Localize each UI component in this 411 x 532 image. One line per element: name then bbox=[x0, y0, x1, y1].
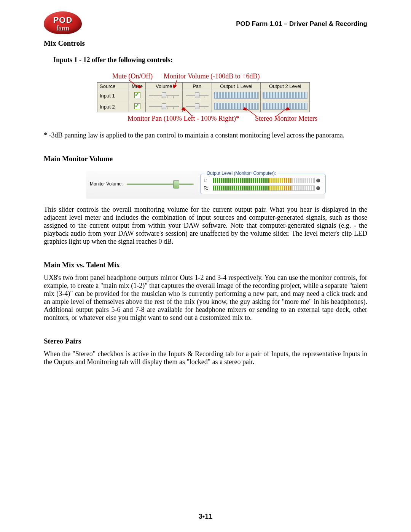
monitor-volume-slider[interactable] bbox=[127, 180, 194, 188]
stereo-pairs-paragraph: When the "Stereo" checkbox is active in … bbox=[44, 350, 367, 366]
clip-led-left bbox=[316, 179, 320, 182]
level-r-meter bbox=[213, 185, 315, 191]
output2-meter bbox=[263, 92, 307, 99]
col-output1: Output 1 Level bbox=[212, 83, 261, 90]
row-source: Input 2 bbox=[97, 101, 129, 112]
monitor-volume-figure: Monitor Volume: Output Level (Monitor+Co… bbox=[86, 171, 325, 199]
monitor-volume-left: Monitor Volume: bbox=[88, 176, 198, 192]
callout-monitor-pan: Monitor Pan (100% Left - 100% Right)* bbox=[127, 115, 239, 123]
col-source: Source bbox=[97, 83, 129, 90]
level-l-label: L: bbox=[204, 178, 211, 183]
stereo-pairs-heading: Stereo Pairs bbox=[44, 337, 367, 345]
volume-slider[interactable] bbox=[149, 93, 179, 98]
mix-controls-heading: Mix Controls bbox=[44, 39, 367, 48]
mute-checkbox[interactable] bbox=[134, 92, 140, 98]
clip-led-right bbox=[316, 186, 320, 190]
col-pan: Pan bbox=[182, 83, 212, 90]
fig1-bottom-labels: Monitor Pan (100% Left - 100% Right)* St… bbox=[97, 115, 314, 125]
output-level-legend: Output Level (Monitor+Computer): bbox=[205, 171, 277, 176]
col-mute: Mute bbox=[129, 83, 146, 90]
pod-farm-logo: POD farm bbox=[44, 11, 82, 36]
col-output2: Output 2 Level bbox=[261, 83, 310, 90]
pan-slider[interactable] bbox=[186, 93, 209, 98]
header-title: POD Farm 1.01 – Driver Panel & Recording bbox=[236, 20, 367, 28]
callout-monitor-volume: Monitor Volume (-100dB to +6dB) bbox=[164, 72, 260, 80]
table-row: Input 1 bbox=[97, 90, 310, 101]
volume-slider[interactable] bbox=[149, 104, 179, 109]
mix-controls-table: Source Mute Volume Pan Output 1 Level Ou… bbox=[97, 82, 310, 112]
level-row-right: R: bbox=[204, 185, 322, 191]
panning-note: * -3dB panning law is applied to the pan… bbox=[44, 131, 367, 139]
main-mix-paragraph: UX8's two front panel headphone outputs … bbox=[44, 274, 367, 322]
level-l-meter bbox=[213, 178, 315, 183]
table-row: Input 2 bbox=[97, 101, 310, 112]
row-source: Input 1 bbox=[97, 90, 129, 101]
page-header: POD farm POD Farm 1.01 – Driver Panel & … bbox=[44, 11, 367, 36]
page: POD farm POD Farm 1.01 – Driver Panel & … bbox=[0, 0, 411, 532]
output-level-group: Output Level (Monitor+Computer): L: R: bbox=[200, 174, 326, 194]
level-r-label: R: bbox=[204, 185, 211, 191]
output2-meter bbox=[263, 103, 307, 110]
table-header-row: Source Mute Volume Pan Output 1 Level Ou… bbox=[97, 83, 310, 90]
pan-slider[interactable] bbox=[186, 104, 209, 109]
col-volume: Volume bbox=[145, 83, 182, 90]
callout-mute: Mute (On/Off) bbox=[112, 72, 153, 80]
main-monitor-volume-heading: Main Monitor Volume bbox=[44, 155, 367, 163]
page-number: 3•11 bbox=[0, 513, 411, 521]
main-mix-heading: Main Mix vs. Talent Mix bbox=[44, 261, 367, 269]
callout-stereo-meters: Stereo Monitor Meters bbox=[255, 115, 317, 123]
fig1-top-labels: Mute (On/Off) Monitor Volume (-100dB to … bbox=[97, 72, 314, 82]
logo-text-pod: POD bbox=[44, 15, 82, 25]
output1-meter bbox=[214, 103, 259, 110]
mix-controls-figure: Mute (On/Off) Monitor Volume (-100dB to … bbox=[97, 72, 314, 125]
mute-checkbox[interactable] bbox=[134, 103, 140, 109]
inputs-subheading: Inputs 1 - 12 offer the following contro… bbox=[53, 56, 367, 64]
monitor-volume-paragraph: This slider controls the overall monitor… bbox=[44, 206, 367, 246]
level-row-left: L: bbox=[204, 178, 322, 183]
logo-text-farm: farm bbox=[44, 24, 82, 32]
monitor-volume-label: Monitor Volume: bbox=[90, 181, 123, 187]
output1-meter bbox=[214, 92, 259, 99]
